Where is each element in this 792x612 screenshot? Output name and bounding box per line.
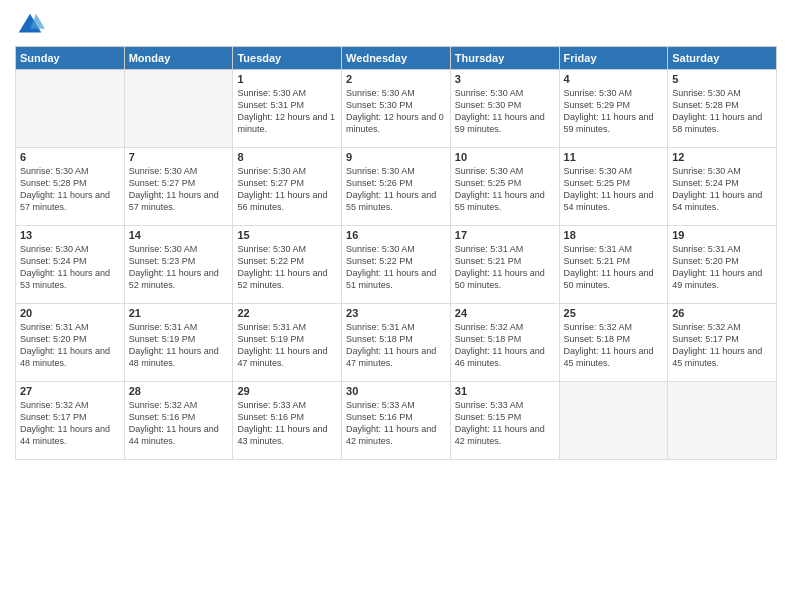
day-info: Sunrise: 5:30 AM Sunset: 5:25 PM Dayligh…	[455, 165, 555, 214]
day-info: Sunrise: 5:31 AM Sunset: 5:20 PM Dayligh…	[20, 321, 120, 370]
day-info: Sunrise: 5:30 AM Sunset: 5:22 PM Dayligh…	[237, 243, 337, 292]
day-cell: 18 Sunrise: 5:31 AM Sunset: 5:21 PM Dayl…	[559, 226, 668, 304]
day-cell: 6 Sunrise: 5:30 AM Sunset: 5:28 PM Dayli…	[16, 148, 125, 226]
day-number: 8	[237, 151, 337, 163]
day-number: 5	[672, 73, 772, 85]
day-info: Sunrise: 5:31 AM Sunset: 5:19 PM Dayligh…	[129, 321, 229, 370]
day-info: Sunrise: 5:33 AM Sunset: 5:15 PM Dayligh…	[455, 399, 555, 448]
day-info: Sunrise: 5:30 AM Sunset: 5:29 PM Dayligh…	[564, 87, 664, 136]
day-cell: 11 Sunrise: 5:30 AM Sunset: 5:25 PM Dayl…	[559, 148, 668, 226]
day-number: 29	[237, 385, 337, 397]
day-info: Sunrise: 5:32 AM Sunset: 5:17 PM Dayligh…	[20, 399, 120, 448]
day-info: Sunrise: 5:30 AM Sunset: 5:25 PM Dayligh…	[564, 165, 664, 214]
day-info: Sunrise: 5:32 AM Sunset: 5:16 PM Dayligh…	[129, 399, 229, 448]
day-cell: 4 Sunrise: 5:30 AM Sunset: 5:29 PM Dayli…	[559, 70, 668, 148]
day-info: Sunrise: 5:30 AM Sunset: 5:28 PM Dayligh…	[20, 165, 120, 214]
day-info: Sunrise: 5:31 AM Sunset: 5:19 PM Dayligh…	[237, 321, 337, 370]
day-number: 7	[129, 151, 229, 163]
day-cell: 3 Sunrise: 5:30 AM Sunset: 5:30 PM Dayli…	[450, 70, 559, 148]
day-info: Sunrise: 5:30 AM Sunset: 5:28 PM Dayligh…	[672, 87, 772, 136]
day-cell: 22 Sunrise: 5:31 AM Sunset: 5:19 PM Dayl…	[233, 304, 342, 382]
day-number: 9	[346, 151, 446, 163]
day-number: 22	[237, 307, 337, 319]
day-cell: 1 Sunrise: 5:30 AM Sunset: 5:31 PM Dayli…	[233, 70, 342, 148]
day-cell: 17 Sunrise: 5:31 AM Sunset: 5:21 PM Dayl…	[450, 226, 559, 304]
day-number: 28	[129, 385, 229, 397]
day-cell: 8 Sunrise: 5:30 AM Sunset: 5:27 PM Dayli…	[233, 148, 342, 226]
day-cell: 9 Sunrise: 5:30 AM Sunset: 5:26 PM Dayli…	[342, 148, 451, 226]
day-number: 6	[20, 151, 120, 163]
day-info: Sunrise: 5:30 AM Sunset: 5:31 PM Dayligh…	[237, 87, 337, 136]
day-number: 17	[455, 229, 555, 241]
day-number: 11	[564, 151, 664, 163]
day-info: Sunrise: 5:31 AM Sunset: 5:20 PM Dayligh…	[672, 243, 772, 292]
day-cell: 7 Sunrise: 5:30 AM Sunset: 5:27 PM Dayli…	[124, 148, 233, 226]
day-number: 27	[20, 385, 120, 397]
day-cell: 19 Sunrise: 5:31 AM Sunset: 5:20 PM Dayl…	[668, 226, 777, 304]
day-cell: 12 Sunrise: 5:30 AM Sunset: 5:24 PM Dayl…	[668, 148, 777, 226]
day-cell: 20 Sunrise: 5:31 AM Sunset: 5:20 PM Dayl…	[16, 304, 125, 382]
day-info: Sunrise: 5:30 AM Sunset: 5:27 PM Dayligh…	[237, 165, 337, 214]
week-row-4: 20 Sunrise: 5:31 AM Sunset: 5:20 PM Dayl…	[16, 304, 777, 382]
day-cell: 13 Sunrise: 5:30 AM Sunset: 5:24 PM Dayl…	[16, 226, 125, 304]
day-cell: 5 Sunrise: 5:30 AM Sunset: 5:28 PM Dayli…	[668, 70, 777, 148]
day-number: 31	[455, 385, 555, 397]
day-cell: 31 Sunrise: 5:33 AM Sunset: 5:15 PM Dayl…	[450, 382, 559, 460]
day-info: Sunrise: 5:30 AM Sunset: 5:24 PM Dayligh…	[20, 243, 120, 292]
day-number: 14	[129, 229, 229, 241]
day-number: 21	[129, 307, 229, 319]
day-number: 18	[564, 229, 664, 241]
day-info: Sunrise: 5:33 AM Sunset: 5:16 PM Dayligh…	[237, 399, 337, 448]
day-number: 26	[672, 307, 772, 319]
day-number: 1	[237, 73, 337, 85]
day-info: Sunrise: 5:31 AM Sunset: 5:18 PM Dayligh…	[346, 321, 446, 370]
day-cell: 24 Sunrise: 5:32 AM Sunset: 5:18 PM Dayl…	[450, 304, 559, 382]
day-cell: 26 Sunrise: 5:32 AM Sunset: 5:17 PM Dayl…	[668, 304, 777, 382]
day-cell	[559, 382, 668, 460]
day-cell: 23 Sunrise: 5:31 AM Sunset: 5:18 PM Dayl…	[342, 304, 451, 382]
week-row-2: 6 Sunrise: 5:30 AM Sunset: 5:28 PM Dayli…	[16, 148, 777, 226]
day-number: 30	[346, 385, 446, 397]
day-info: Sunrise: 5:30 AM Sunset: 5:30 PM Dayligh…	[455, 87, 555, 136]
day-cell: 30 Sunrise: 5:33 AM Sunset: 5:16 PM Dayl…	[342, 382, 451, 460]
day-number: 2	[346, 73, 446, 85]
day-info: Sunrise: 5:32 AM Sunset: 5:18 PM Dayligh…	[564, 321, 664, 370]
day-number: 3	[455, 73, 555, 85]
day-info: Sunrise: 5:32 AM Sunset: 5:18 PM Dayligh…	[455, 321, 555, 370]
day-cell	[16, 70, 125, 148]
day-number: 10	[455, 151, 555, 163]
day-number: 16	[346, 229, 446, 241]
day-info: Sunrise: 5:30 AM Sunset: 5:22 PM Dayligh…	[346, 243, 446, 292]
header-cell-thursday: Thursday	[450, 47, 559, 70]
week-row-5: 27 Sunrise: 5:32 AM Sunset: 5:17 PM Dayl…	[16, 382, 777, 460]
day-cell	[668, 382, 777, 460]
header-cell-wednesday: Wednesday	[342, 47, 451, 70]
header-cell-monday: Monday	[124, 47, 233, 70]
day-cell: 27 Sunrise: 5:32 AM Sunset: 5:17 PM Dayl…	[16, 382, 125, 460]
day-number: 20	[20, 307, 120, 319]
day-info: Sunrise: 5:31 AM Sunset: 5:21 PM Dayligh…	[564, 243, 664, 292]
day-number: 23	[346, 307, 446, 319]
page-container: SundayMondayTuesdayWednesdayThursdayFrid…	[0, 0, 792, 470]
day-info: Sunrise: 5:30 AM Sunset: 5:24 PM Dayligh…	[672, 165, 772, 214]
day-cell: 15 Sunrise: 5:30 AM Sunset: 5:22 PM Dayl…	[233, 226, 342, 304]
week-row-1: 1 Sunrise: 5:30 AM Sunset: 5:31 PM Dayli…	[16, 70, 777, 148]
day-cell	[124, 70, 233, 148]
day-cell: 16 Sunrise: 5:30 AM Sunset: 5:22 PM Dayl…	[342, 226, 451, 304]
day-number: 15	[237, 229, 337, 241]
day-cell: 2 Sunrise: 5:30 AM Sunset: 5:30 PM Dayli…	[342, 70, 451, 148]
logo	[15, 10, 49, 40]
day-cell: 21 Sunrise: 5:31 AM Sunset: 5:19 PM Dayl…	[124, 304, 233, 382]
day-info: Sunrise: 5:30 AM Sunset: 5:23 PM Dayligh…	[129, 243, 229, 292]
week-row-3: 13 Sunrise: 5:30 AM Sunset: 5:24 PM Dayl…	[16, 226, 777, 304]
calendar-table: SundayMondayTuesdayWednesdayThursdayFrid…	[15, 46, 777, 460]
logo-icon	[15, 10, 45, 40]
day-number: 12	[672, 151, 772, 163]
day-cell: 25 Sunrise: 5:32 AM Sunset: 5:18 PM Dayl…	[559, 304, 668, 382]
day-cell: 28 Sunrise: 5:32 AM Sunset: 5:16 PM Dayl…	[124, 382, 233, 460]
day-number: 19	[672, 229, 772, 241]
day-info: Sunrise: 5:30 AM Sunset: 5:30 PM Dayligh…	[346, 87, 446, 136]
day-cell: 29 Sunrise: 5:33 AM Sunset: 5:16 PM Dayl…	[233, 382, 342, 460]
header-cell-tuesday: Tuesday	[233, 47, 342, 70]
day-number: 24	[455, 307, 555, 319]
